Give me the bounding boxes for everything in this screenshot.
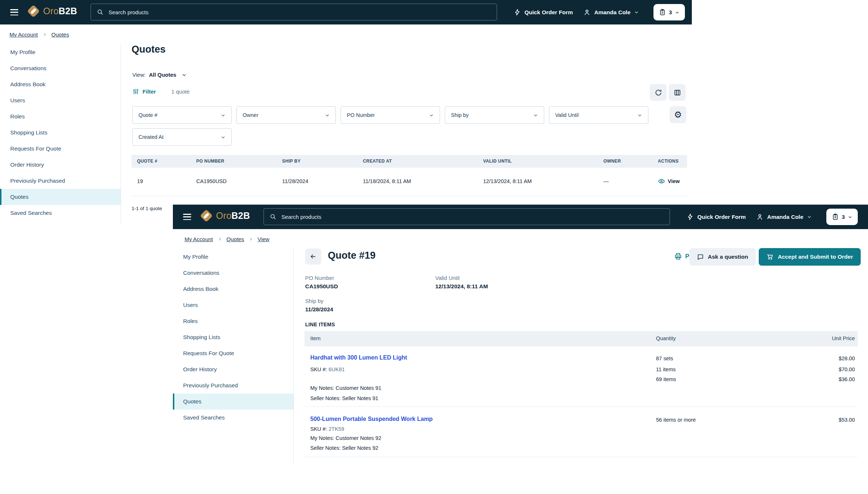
col-unit-price: Unit Price [832,335,855,341]
my-notes: My Notes: Customer Notes 91 [310,385,381,391]
refresh-button[interactable] [650,84,667,101]
col-quantity: Quantity [656,335,676,341]
filter-po-number[interactable]: PO Number [341,106,440,124]
po-number-value: CA1950USD [305,283,338,290]
ship-by-label: Ship by [305,298,323,304]
col-po-number: PO NUMBER [196,159,224,164]
sidebar-item-address-book[interactable]: Address Book [173,281,293,297]
sku-value: 2TK59 [329,426,344,432]
breadcrumb-my-account[interactable]: My Account [10,31,38,38]
sidebar-item-my-profile[interactable]: My Profile [173,249,293,265]
sidebar-item-requests-for-quote[interactable]: Requests For Quote [0,141,121,157]
sku-row: SKU #: 6UK81 [310,366,345,372]
view-quote-link[interactable]: View [658,178,680,185]
accept-submit-order-button[interactable]: Accept and Submit to Order [759,248,861,266]
sidebar-item-roles[interactable]: Roles [173,313,293,329]
product-search[interactable] [91,4,497,20]
filter-button[interactable]: Filter [143,88,156,95]
grid-settings-button[interactable]: ⚙ [670,106,686,123]
sidebar-item-users[interactable]: Users [0,92,121,109]
sidebar-item-quotes[interactable]: Quotes [0,189,121,205]
sidebar-item-address-book[interactable]: Address Book [0,76,121,92]
columns-button[interactable] [669,84,686,101]
breadcrumb-my-account[interactable]: My Account [185,236,213,242]
shopping-cart-icon [766,253,774,261]
chevron-down-icon [533,113,538,118]
sidebar-item-conversations[interactable]: Conversations [0,60,121,76]
quick-order-form-link[interactable]: Quick Order Form [514,0,573,24]
chevron-down-icon [675,10,679,15]
cart-count: 3 [842,214,845,220]
col-actions: ACTIONS [658,159,679,164]
user-menu[interactable]: Amanda Cole [583,0,639,24]
cell-valid-until: 12/13/2024, 8:11 AM [483,178,532,184]
sidebar-item-saved-searches[interactable]: Saved Searches [173,410,293,426]
sidebar-item-order-history[interactable]: Order History [0,157,121,173]
result-count: 1 quote [171,88,190,95]
sidebar-item-requests-for-quote[interactable]: Requests For Quote [173,345,293,361]
col-valid-until: VALID UNTIL [483,159,512,164]
product-search[interactable] [264,208,670,225]
quick-order-form-link[interactable]: Quick Order Form [687,205,746,229]
seller-notes: Seller Notes: Seller Notes 91 [310,395,378,401]
search-input[interactable] [108,9,497,16]
shopping-list-button[interactable]: 3 [653,4,685,20]
valid-until-label: Valid Until [435,275,459,281]
orob2b-logo[interactable]: OroB2B [200,210,250,221]
chevron-right-icon [43,33,47,37]
row-divider [304,457,858,457]
filter-owner[interactable]: Owner [236,106,336,124]
product-link[interactable]: Hardhat with 300 Lumen LED Light [310,354,407,361]
col-quote-number: QUOTE # [137,159,157,164]
hamburger-menu-icon[interactable] [183,214,191,220]
tier-quantity: 56 items or more [656,417,696,423]
user-menu[interactable]: Amanda Cole [756,205,812,229]
search-input[interactable] [281,213,670,220]
sidebar-item-shopping-lists[interactable]: Shopping Lists [173,329,293,345]
filter-sliders-icon[interactable] [132,88,139,95]
tier-quantity: 87 sets [656,356,673,361]
clipboard-icon [659,9,666,16]
sidebar-item-users[interactable]: Users [173,297,293,313]
filter-quote-number[interactable]: Quote # [132,106,232,124]
tier-quantity: 11 items [656,366,676,372]
sidebar-item-conversations[interactable]: Conversations [173,265,293,281]
chevron-down-icon [221,113,225,118]
line-items-title: LINE ITEMS [305,322,335,327]
logo-text: OroB2B [43,6,77,16]
chevron-down-icon [182,72,187,77]
breadcrumb-quotes[interactable]: Quotes [227,236,244,242]
col-created-at: CREATED AT [363,159,392,164]
orob2b-logo[interactable]: OroB2B [27,6,77,16]
shopping-list-button[interactable]: 3 [826,209,858,225]
sidebar-item-order-history[interactable]: Order History [173,361,293,377]
filter-ship-by[interactable]: Ship by [445,106,544,124]
grid-view-switcher[interactable]: View: All Quotes [132,72,187,78]
valid-until-value: 12/13/2024, 8:11 AM [435,283,488,290]
sidebar-item-previously-purchased[interactable]: Previously Purchased [0,173,121,189]
po-number-label: PO Number [305,275,334,281]
tier-price: $28.00 [839,356,855,361]
cell-owner: — [603,178,609,184]
tier-price: $70.00 [839,366,855,372]
sidebar-item-quotes[interactable]: Quotes [173,394,293,410]
chevron-down-icon [807,214,812,219]
sidebar-item-shopping-lists[interactable]: Shopping Lists [0,125,121,141]
quotes-table-header: QUOTE # PO NUMBER SHIP BY CREATED AT VAL… [132,155,687,168]
filter-created-at[interactable]: Created At [132,128,232,146]
search-icon [97,9,103,15]
sidebar-item-previously-purchased[interactable]: Previously Purchased [173,377,293,394]
sidebar-item-my-profile[interactable]: My Profile [0,44,121,60]
sidebar-item-saved-searches[interactable]: Saved Searches [0,205,121,221]
page-title: Quote #19 [328,250,376,261]
sidebar-item-roles[interactable]: Roles [0,109,121,125]
filter-valid-until[interactable]: Valid Until [549,106,648,124]
breadcrumb-view[interactable]: View [258,236,269,242]
chevron-down-icon [637,113,642,118]
line-items-table-header: Item Quantity Unit Price [304,331,858,346]
product-link[interactable]: 500-Lumen Portable Suspended Work Lamp [310,416,433,422]
breadcrumb-quotes[interactable]: Quotes [52,31,69,38]
hamburger-menu-icon[interactable] [10,9,18,15]
ask-question-button[interactable]: Ask a question [689,248,756,266]
back-button[interactable] [305,248,321,265]
